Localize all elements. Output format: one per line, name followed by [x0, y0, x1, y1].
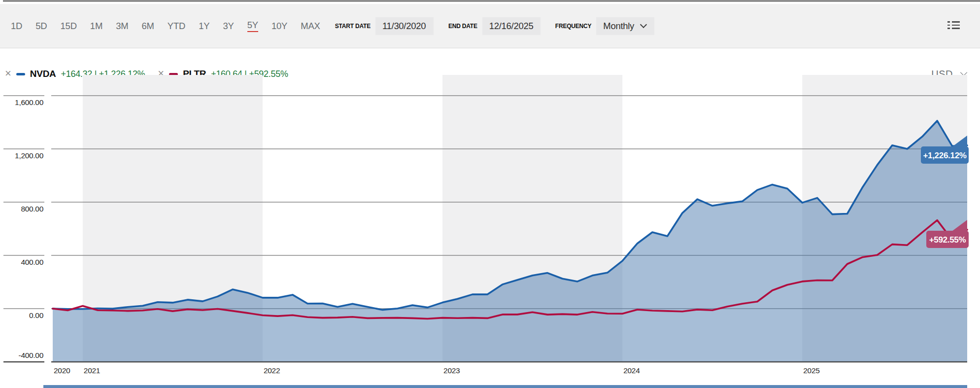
- x-axis-label: 2020: [54, 366, 70, 375]
- y-axis-label: 400.00: [21, 258, 43, 266]
- x-axis-label: 2024: [623, 366, 640, 375]
- plot-hover-area[interactable]: [53, 75, 967, 362]
- price-change-chart: 1,600.001,200.00800.00400.000.00-400.002…: [0, 0, 980, 388]
- y-axis-label: 800.00: [21, 205, 43, 213]
- y-axis-label: 1,600.00: [15, 98, 44, 106]
- bottom-panel-strip: [43, 385, 967, 388]
- y-axis-label: 0.00: [29, 311, 44, 319]
- y-axis-label: 1,200.00: [15, 151, 44, 160]
- x-axis-label: 2021: [84, 366, 100, 375]
- stock-comparison-page: 1D5D15D1M3M6MYTD1Y3Y5Y10YMAX START DATE …: [0, 0, 980, 388]
- x-axis-label: 2022: [264, 366, 280, 375]
- x-axis-label: 2023: [443, 366, 460, 375]
- x-axis-label: 2025: [803, 366, 819, 375]
- y-axis-label: -400.00: [19, 351, 44, 359]
